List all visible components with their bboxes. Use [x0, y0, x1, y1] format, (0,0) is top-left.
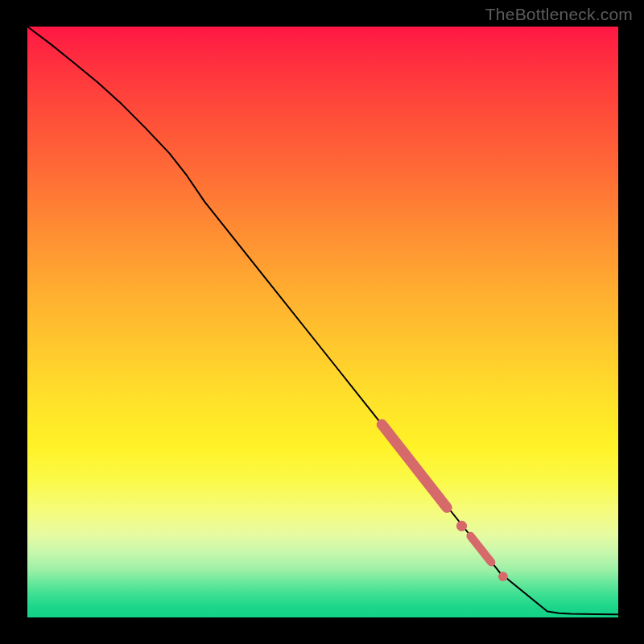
- chart-stage: TheBottleneck.com: [0, 0, 644, 644]
- marker-dot2: [498, 572, 508, 581]
- chart-overlay: [27, 27, 618, 617]
- curve-line: [27, 27, 618, 614]
- marker-seg2: [471, 536, 492, 563]
- marker-dot1: [456, 521, 467, 531]
- watermark-text: TheBottleneck.com: [485, 5, 633, 24]
- markers-group: [382, 424, 507, 581]
- marker-seg1: [382, 424, 447, 507]
